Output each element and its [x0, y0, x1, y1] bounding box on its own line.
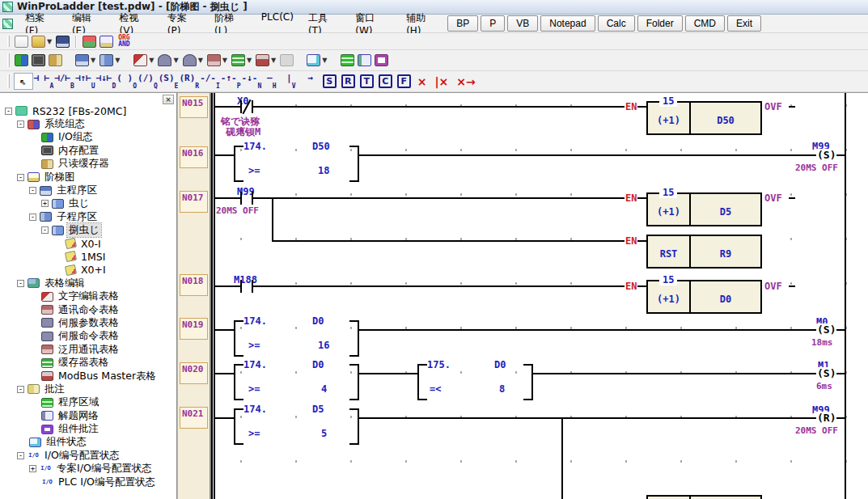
- network-label-n017[interactable]: N017: [180, 191, 208, 213]
- function-block-inc-d50[interactable]: 15 (+1) D50: [646, 101, 762, 135]
- servo-cmd-table-icon[interactable]: [183, 54, 197, 66]
- dropdown-caret-icon[interactable]: ▼: [149, 57, 154, 64]
- tree-item-2[interactable]: I/O组态: [0, 131, 176, 144]
- compare-block-bracket[interactable]: [417, 364, 427, 400]
- memory-config-icon[interactable]: [32, 54, 45, 66]
- dropdown-caret-icon[interactable]: ▼: [91, 57, 95, 64]
- io-config-icon[interactable]: [15, 54, 28, 66]
- zoom-select-icon[interactable]: [307, 54, 320, 66]
- element-status-icon2[interactable]: [375, 54, 388, 66]
- quick-button-notepad[interactable]: Notepad: [540, 15, 595, 32]
- register-table-icon[interactable]: [231, 54, 245, 66]
- function-box-r-icon[interactable]: R: [341, 74, 355, 88]
- ladder-symbol-O-icon[interactable]: ( )O: [116, 73, 137, 90]
- compare-block-bracket[interactable]: [349, 146, 359, 182]
- ladder-symbol-E-icon[interactable]: (S)E: [159, 73, 179, 90]
- dropdown-caret-icon[interactable]: ▼: [198, 57, 203, 64]
- delete-icon-1[interactable]: |×: [434, 75, 448, 88]
- tree-item-4[interactable]: 只读缓存器: [0, 158, 176, 171]
- ladder-symbol-V-icon[interactable]: |V: [282, 73, 300, 90]
- reset-coil-m99[interactable]: (R): [816, 412, 836, 424]
- delete-icon-2[interactable]: ×→: [456, 75, 475, 88]
- expand-toggle-icon[interactable]: +: [29, 465, 36, 472]
- quick-button-p[interactable]: P: [481, 15, 505, 32]
- ladder-symbol-A-icon[interactable]: ⊣ ⊢A: [34, 73, 54, 90]
- collapse-toggle-icon[interactable]: -: [5, 108, 12, 115]
- tree-item-24[interactable]: 组件批注: [0, 422, 176, 435]
- ladder-symbol-I-icon[interactable]: -/-I: [200, 73, 220, 90]
- compare-block-bracket[interactable]: [234, 320, 243, 357]
- function-block-partial[interactable]: [646, 495, 762, 499]
- instruction-list-icon[interactable]: ORG AND: [118, 35, 129, 48]
- tree-item-11[interactable]: 1MSI: [0, 250, 176, 263]
- compare-block-bracket[interactable]: [234, 364, 243, 400]
- collapse-toggle-icon[interactable]: -: [17, 121, 24, 128]
- compare-block-bracket[interactable]: [349, 408, 359, 445]
- open-caret-icon[interactable]: ▼: [47, 38, 52, 45]
- delete-icon-0[interactable]: ×: [417, 75, 427, 88]
- dropdown-caret-icon[interactable]: ▼: [247, 57, 252, 64]
- no-contact-m99[interactable]: [240, 192, 253, 205]
- compare-block-bracket[interactable]: [349, 320, 359, 357]
- ladder-symbol-U-icon[interactable]: ⊣↑⊢U: [75, 73, 95, 90]
- servo-param-table-icon[interactable]: [158, 54, 171, 66]
- tree-item-16[interactable]: 伺服参数表格: [0, 316, 176, 329]
- nc-contact-x0[interactable]: [240, 100, 253, 113]
- function-box-f-icon[interactable]: F: [397, 74, 411, 88]
- ladder-monitor-icon[interactable]: [100, 36, 113, 48]
- quick-button-vb[interactable]: VB: [507, 15, 538, 32]
- quick-button-folder[interactable]: Folder: [637, 15, 683, 32]
- tree-item-9[interactable]: -捌虫じ: [0, 224, 176, 237]
- modbus-table-icon[interactable]: [256, 54, 269, 66]
- collapse-toggle-icon[interactable]: -: [17, 280, 24, 287]
- collapse-toggle-icon[interactable]: -: [17, 174, 24, 181]
- tree-item-12[interactable]: X0+I: [0, 264, 176, 277]
- function-box-c-icon[interactable]: C: [379, 74, 392, 88]
- tree-item-5[interactable]: -阶梯图: [0, 171, 176, 184]
- tree-item-7[interactable]: +虫じ: [0, 197, 176, 210]
- network-label-n016[interactable]: N016: [180, 146, 208, 168]
- dropdown-caret-icon[interactable]: ▼: [173, 57, 178, 64]
- ladder-symbol-B-icon[interactable]: ⊣/⊢B: [54, 73, 74, 90]
- collapse-toggle-icon[interactable]: -: [29, 214, 36, 221]
- tree-item-8[interactable]: -子程序区: [0, 210, 176, 223]
- tree-item-3[interactable]: 内存配置: [0, 144, 176, 157]
- network-status-icon[interactable]: [358, 54, 371, 66]
- set-coil-m1[interactable]: (S): [816, 367, 836, 379]
- ladder-symbol-P-icon[interactable]: -↑-P: [221, 73, 241, 90]
- function-block-inc-d0[interactable]: 15 (+1) D0: [646, 280, 762, 314]
- expand-toggle-icon[interactable]: +: [41, 200, 49, 207]
- main-program-icon[interactable]: [75, 54, 89, 66]
- ladder-symbol-arrow-icon[interactable]: →: [301, 73, 320, 90]
- function-box-t-icon[interactable]: T: [360, 74, 374, 88]
- tree-item-0[interactable]: -RS232 [FBs-20MC]: [0, 104, 176, 117]
- set-coil-m99[interactable]: (S): [816, 149, 836, 161]
- tree-item-6[interactable]: -主程序区: [0, 184, 176, 197]
- network-label-n015[interactable]: N015: [180, 96, 208, 118]
- tree-item-17[interactable]: 伺服命令表格: [0, 330, 176, 343]
- tree-item-28[interactable]: I/OPLC I/O编号配置状态: [0, 476, 176, 488]
- program-status-icon[interactable]: [341, 54, 354, 66]
- tree-item-1[interactable]: -系统组态: [0, 117, 176, 130]
- text-table-icon[interactable]: [133, 54, 147, 66]
- compare-block-bracket[interactable]: [349, 364, 359, 400]
- network-label-n021[interactable]: N021: [180, 407, 208, 429]
- collapse-toggle-icon[interactable]: -: [41, 226, 49, 234]
- tree-item-13[interactable]: -表格编辑: [0, 277, 176, 290]
- dropdown-caret-icon[interactable]: ▼: [271, 57, 276, 64]
- compare-block-bracket[interactable]: [523, 364, 533, 400]
- sub-program-icon[interactable]: [100, 54, 113, 66]
- set-coil-m0[interactable]: (S): [816, 324, 836, 336]
- quick-button-cmd[interactable]: CMD: [685, 15, 725, 32]
- tree-item-19[interactable]: 缓存器表格: [0, 356, 176, 369]
- ladder-symbol-D-icon[interactable]: ⊣↓⊢D: [96, 73, 116, 90]
- ladder-symbol-R-icon[interactable]: (R)R: [179, 73, 199, 90]
- save-file-icon[interactable]: [56, 36, 70, 48]
- quick-button-calc[interactable]: Calc: [598, 15, 635, 32]
- function-block-rst-r9[interactable]: RST R9: [646, 235, 762, 269]
- compare-block-bracket[interactable]: [234, 408, 243, 445]
- ladder-symbol-N-icon[interactable]: -↓-N: [242, 73, 262, 90]
- tree-item-10[interactable]: X0-I: [0, 237, 176, 250]
- tree-item-14[interactable]: 文字编辑表格: [0, 290, 176, 302]
- tree-item-21[interactable]: -批注: [0, 383, 176, 395]
